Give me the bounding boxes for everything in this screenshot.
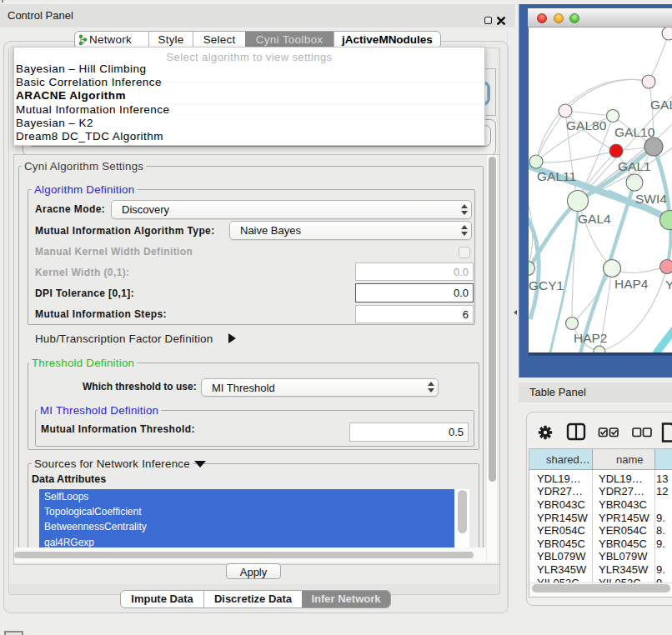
svg-text:GCY1: GCY1 [529,278,564,292]
svg-text:GAL7: GAL7 [650,98,672,112]
svg-text:GAL10: GAL10 [614,125,655,139]
svg-text:Y: Y [665,278,672,292]
svg-text:HAP2: HAP2 [574,331,608,345]
svg-text:GAL4: GAL4 [578,212,611,226]
svg-text:GAL11: GAL11 [537,169,576,183]
svg-text:GAL80: GAL80 [566,118,607,132]
svg-text:GAL1: GAL1 [618,159,651,173]
svg-text:SWI4: SWI4 [635,192,667,206]
svg-text:HAP4: HAP4 [614,277,649,291]
